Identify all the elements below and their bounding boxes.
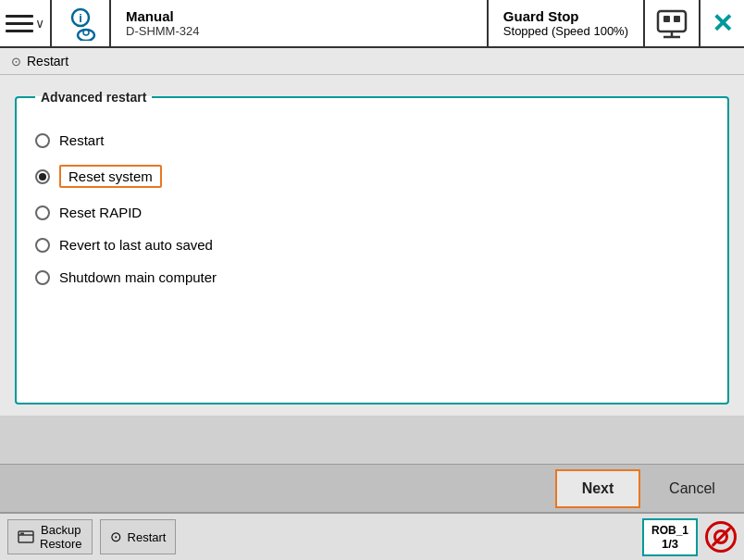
close-icon: ✕	[712, 8, 733, 39]
advanced-restart-panel: Advanced restart Restart Reset system Re…	[15, 90, 729, 404]
robot-icon	[654, 6, 689, 41]
panel-legend: Advanced restart	[35, 90, 152, 105]
status-title: Guard Stop	[503, 8, 628, 24]
chevron-down-icon[interactable]: ∨	[35, 16, 44, 31]
next-button[interactable]: Next	[555, 469, 640, 508]
header-mode-info: Manual D-SHMM-324	[111, 0, 487, 46]
radio-shutdown-label: Shutdown main computer	[59, 269, 217, 285]
restart-bottom-button[interactable]: ⊙ Restart	[100, 519, 177, 554]
svg-rect-6	[674, 16, 680, 22]
mode-title: Manual	[126, 8, 472, 24]
radio-restart[interactable]: Restart	[35, 132, 709, 148]
svg-rect-11	[20, 533, 24, 535]
restart-breadcrumb-icon: ⊙	[11, 55, 21, 68]
bottom-bar: Backup Restore ⊙ Restart ROB_1 1/3	[0, 512, 744, 560]
radio-shutdown-button[interactable]	[35, 270, 50, 285]
restart-icon: ⊙	[110, 529, 122, 545]
rob-status-box: ROB_1 1/3	[642, 518, 698, 556]
mode-subtitle: D-SHMM-324	[126, 24, 472, 38]
bottom-right-area: ROB_1 1/3	[642, 518, 737, 556]
radio-restart-label: Restart	[59, 132, 104, 148]
radio-reset-rapid-label: Reset RAPID	[59, 205, 142, 220]
main-content: Advanced restart Restart Reset system Re…	[0, 75, 744, 416]
radio-revert-auto[interactable]: Revert to last auto saved	[35, 237, 709, 253]
breadcrumb-text: Restart	[27, 54, 68, 68]
svg-text:i: i	[79, 11, 82, 25]
header-info-button[interactable]: i	[52, 0, 111, 46]
backup-restore-label: Backup Restore	[40, 523, 82, 551]
status-subtitle: Stopped (Speed 100%)	[503, 24, 628, 38]
header-menu-area[interactable]: ∨	[0, 0, 52, 46]
backup-icon	[18, 529, 34, 545]
header-robot-icon	[643, 0, 699, 46]
radio-reset-system-label: Reset system	[59, 165, 162, 188]
close-button[interactable]: ✕	[699, 0, 744, 46]
backup-restore-button[interactable]: Backup Restore	[7, 519, 93, 554]
restart-bottom-label: Restart	[128, 530, 167, 544]
rob-fraction: 1/3	[651, 537, 688, 551]
cancel-button[interactable]: Cancel	[650, 469, 735, 508]
status-indicator	[705, 521, 737, 553]
radio-reset-rapid-button[interactable]	[35, 205, 50, 220]
footer-bar: Next Cancel	[0, 464, 744, 512]
rob-label: ROB_1	[651, 524, 688, 537]
header: ∨ i Manual D-SHMM-324 Guard Stop Stopped…	[0, 0, 744, 48]
radio-restart-button[interactable]	[35, 133, 50, 148]
hamburger-icon[interactable]	[6, 9, 33, 37]
breadcrumb: ⊙ Restart	[0, 48, 744, 75]
svg-rect-4	[658, 11, 686, 31]
radio-shutdown[interactable]: Shutdown main computer	[35, 269, 709, 285]
radio-revert-auto-button[interactable]	[35, 238, 50, 253]
header-status-info: Guard Stop Stopped (Speed 100%)	[487, 0, 643, 46]
radio-reset-system[interactable]: Reset system	[35, 165, 709, 188]
svg-rect-5	[663, 16, 670, 22]
user-info-icon: i	[63, 6, 98, 41]
radio-reset-system-button[interactable]	[35, 169, 50, 184]
radio-reset-rapid[interactable]: Reset RAPID	[35, 205, 709, 220]
radio-revert-auto-label: Revert to last auto saved	[59, 237, 213, 253]
